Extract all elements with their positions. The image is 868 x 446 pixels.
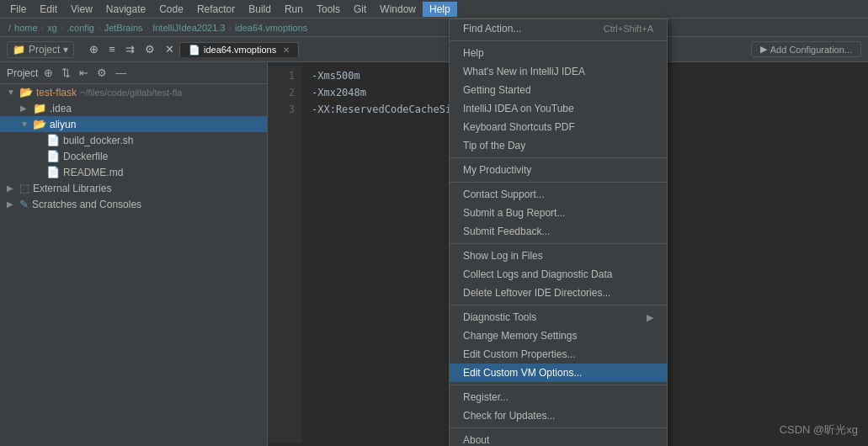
- breadcrumb-config[interactable]: .config: [67, 23, 94, 33]
- breadcrumb-xg[interactable]: xg: [47, 23, 57, 33]
- edit-custom-props-label: Edit Custom Properties...: [463, 348, 575, 360]
- menu-register[interactable]: Register...: [450, 388, 667, 406]
- toolbar: 📁 Project ▾ ⊕ ≡ ⇉ ⚙ ✕ 📄 idea64.vmoptions…: [0, 37, 868, 62]
- toolbar-close-btn[interactable]: ✕: [160, 41, 179, 57]
- tree-arrow-ext: ▶: [7, 183, 17, 193]
- add-configuration-button[interactable]: ▶ Add Configuration...: [751, 41, 861, 57]
- toolbar-settings-btn[interactable]: ⚙: [140, 41, 160, 57]
- tip-day-label: Tip of the Day: [463, 140, 525, 151]
- toolbar-split-btn[interactable]: ⇉: [120, 41, 140, 57]
- tree-readme[interactable]: ▶ 📄 README.md: [0, 164, 267, 180]
- menu-show-log[interactable]: Show Log in Files: [450, 247, 667, 265]
- tree-external-libraries[interactable]: ▶ ⬚ External Libraries: [0, 180, 267, 196]
- build-docker-icon: 📄: [46, 134, 60, 146]
- menu-window[interactable]: Window: [373, 2, 423, 17]
- productivity-label: My Productivity: [463, 164, 531, 176]
- tree-dockerfile-label: Dockerfile: [63, 151, 108, 162]
- project-dropdown-icon: ▾: [63, 44, 68, 56]
- menu-diagnostic-tools[interactable]: Diagnostic Tools ▶: [450, 308, 667, 327]
- menu-youtube[interactable]: IntelliJ IDEA on YouTube: [450, 99, 667, 118]
- sidebar-title: Project: [7, 67, 38, 79]
- menu-delete-leftover[interactable]: Delete Leftover IDE Directories...: [450, 284, 667, 302]
- check-updates-label: Check for Updates...: [463, 410, 555, 422]
- tree-aliyun[interactable]: ▼ 📂 aliyun: [0, 116, 267, 132]
- menu-help-item[interactable]: Help: [450, 44, 667, 62]
- help-dropdown-menu: Find Action... Ctrl+Shift+A Help What's …: [449, 19, 668, 446]
- menu-edit-custom-vm[interactable]: Edit Custom VM Options...: [450, 364, 667, 382]
- menu-build[interactable]: Build: [242, 2, 278, 17]
- menu-submit-feedback[interactable]: Submit Feedback...: [450, 222, 667, 241]
- sidebar-add-btn[interactable]: ⊕: [41, 66, 56, 80]
- line-num-2: 2: [268, 84, 295, 101]
- editor-tab-vmoptions[interactable]: 📄 idea64.vmoptions ✕: [179, 42, 299, 57]
- menu-git[interactable]: Git: [347, 2, 373, 17]
- tree-build-docker-label: build_docker.sh: [63, 135, 133, 146]
- separator-4: [450, 243, 667, 244]
- main-layout: Project ⊕ ⇅ ⇤ ⚙ — ▼ 📂 test-flask ~/files…: [0, 62, 868, 446]
- project-selector[interactable]: 📁 Project ▾: [7, 41, 74, 58]
- menu-getting-started[interactable]: Getting Started: [450, 81, 667, 99]
- dockerfile-icon: 📄: [46, 150, 60, 162]
- menu-check-updates[interactable]: Check for Updates...: [450, 406, 667, 425]
- edit-custom-vm-label: Edit Custom VM Options...: [463, 367, 582, 379]
- sidebar-settings-btn[interactable]: ⚙: [94, 66, 109, 80]
- menu-bar: File Edit View Navigate Code Refactor Bu…: [0, 0, 868, 19]
- tree-arrow-aliyun: ▼: [20, 119, 30, 129]
- menu-edit-custom-props[interactable]: Edit Custom Properties...: [450, 345, 667, 364]
- sidebar-minimize-btn[interactable]: —: [113, 66, 129, 80]
- separator-3: [450, 182, 667, 183]
- menu-view[interactable]: View: [64, 2, 99, 17]
- tree-idea[interactable]: ▶ 📁 .idea: [0, 100, 267, 116]
- diagnostic-tools-label: Diagnostic Tools: [463, 311, 536, 323]
- menu-edit[interactable]: Edit: [33, 2, 64, 17]
- toolbar-add-btn[interactable]: ⊕: [84, 41, 104, 57]
- watermark: CSDN @昕光xg: [780, 422, 858, 438]
- sidebar-header: Project ⊕ ⇅ ⇤ ⚙ —: [0, 62, 267, 84]
- tree-root[interactable]: ▼ 📂 test-flask ~/files/code/gitlab/test-…: [0, 84, 267, 100]
- menu-change-memory[interactable]: Change Memory Settings: [450, 327, 667, 345]
- ext-lib-icon: ⬚: [19, 182, 29, 194]
- menu-collect-logs[interactable]: Collect Logs and Diagnostic Data: [450, 265, 667, 284]
- line-num-1: 1: [268, 67, 295, 84]
- sidebar-sync-btn[interactable]: ⇅: [59, 66, 73, 80]
- menu-run[interactable]: Run: [278, 2, 310, 17]
- tab-close-btn[interactable]: ✕: [283, 45, 290, 55]
- tree-ext-label: External Libraries: [33, 183, 111, 194]
- menu-whats-new[interactable]: What's New in IntelliJ IDEA: [450, 62, 667, 81]
- menu-file[interactable]: File: [3, 2, 33, 17]
- readme-icon: 📄: [46, 166, 60, 178]
- tree-build-docker[interactable]: ▶ 📄 build_docker.sh: [0, 132, 267, 148]
- separator-6: [450, 385, 667, 385]
- menu-refactor[interactable]: Refactor: [190, 2, 242, 17]
- menu-help[interactable]: Help: [423, 2, 457, 17]
- tree-dockerfile[interactable]: ▶ 📄 Dockerfile: [0, 148, 267, 164]
- change-memory-label: Change Memory Settings: [463, 330, 577, 342]
- breadcrumb-file[interactable]: idea64.vmoptions: [235, 23, 307, 33]
- breadcrumb-home[interactable]: home: [14, 23, 38, 33]
- breadcrumb-idea[interactable]: IntelliJIdea2021.3: [152, 23, 225, 33]
- sidebar-collapse-btn[interactable]: ⇤: [77, 66, 91, 80]
- project-folder-icon: 📂: [19, 86, 33, 98]
- tree-scratches-label: Scratches and Consoles: [32, 199, 141, 210]
- menu-keyboard-pdf[interactable]: Keyboard Shortcuts PDF: [450, 118, 667, 136]
- menu-tools[interactable]: Tools: [310, 2, 347, 17]
- menu-submit-bug[interactable]: Submit a Bug Report...: [450, 204, 667, 222]
- contact-support-label: Contact Support...: [463, 188, 545, 200]
- idea-folder-icon: 📁: [33, 102, 46, 114]
- menu-navigate[interactable]: Navigate: [99, 2, 152, 17]
- add-config-arrow: ▶: [760, 44, 767, 55]
- menu-about[interactable]: About: [450, 431, 667, 446]
- tree-root-name: test-flask: [36, 87, 77, 98]
- menu-contact-support[interactable]: Contact Support...: [450, 185, 667, 204]
- menu-find-action[interactable]: Find Action... Ctrl+Shift+A: [450, 19, 667, 38]
- whats-new-label: What's New in IntelliJ IDEA: [463, 66, 585, 77]
- tree-scratches[interactable]: ▶ ✎ Scratches and Consoles: [0, 196, 267, 212]
- menu-tip-day[interactable]: Tip of the Day: [450, 136, 667, 155]
- menu-productivity[interactable]: My Productivity: [450, 161, 667, 179]
- toolbar-list-btn[interactable]: ≡: [104, 41, 120, 57]
- delete-leftover-label: Delete Leftover IDE Directories...: [463, 287, 610, 299]
- tab-file-icon: 📄: [189, 45, 200, 56]
- youtube-label: IntelliJ IDEA on YouTube: [463, 103, 574, 114]
- breadcrumb-jetbrains[interactable]: JetBrains: [104, 23, 143, 33]
- menu-code[interactable]: Code: [152, 2, 190, 17]
